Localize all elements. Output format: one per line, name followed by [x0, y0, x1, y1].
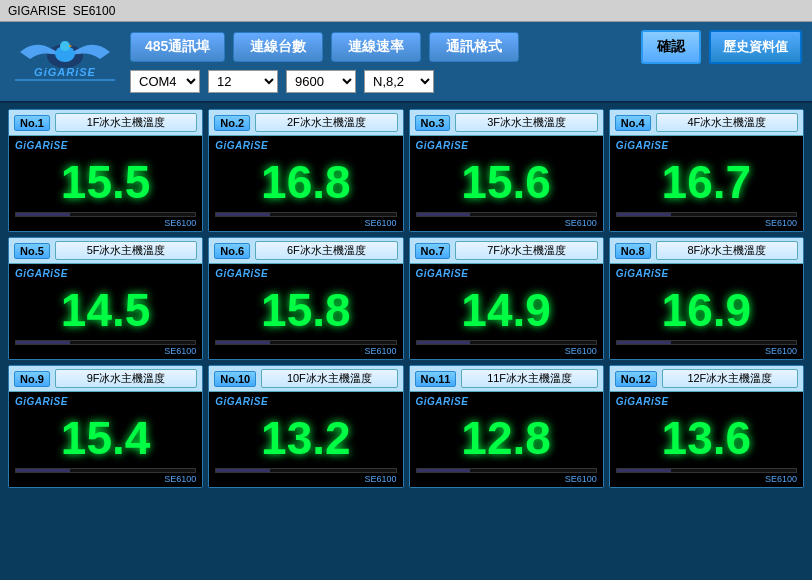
logo-svg: GiGARiSE: [10, 34, 120, 89]
card-display-6: GiGARiSE 15.8 SE6100: [209, 264, 402, 359]
model-label-1: SE6100: [15, 219, 196, 229]
header-dropdowns: COM4COM1COM2COM3 128416 9600480019200384…: [130, 70, 802, 93]
title-bar: GIGARISE SE6100: [0, 0, 812, 22]
com-port-select[interactable]: COM4COM1COM2COM3: [130, 70, 200, 93]
sensor-card-2: No.2 2F冰水主機溫度 GiGARiSE 16.8 SE6100: [208, 109, 403, 232]
brand-label-8: GiGARiSE: [616, 268, 669, 279]
card-no-6: No.6: [214, 243, 250, 259]
card-header-2: No.2 2F冰水主機溫度: [209, 110, 402, 136]
progress-bar-4: [616, 212, 797, 217]
card-header-4: No.4 4F冰水主機溫度: [610, 110, 803, 136]
temp-value-10: 13.2: [215, 407, 396, 468]
card-header-8: No.8 8F冰水主機溫度: [610, 238, 803, 264]
card-no-7: No.7: [415, 243, 451, 259]
card-display-2: GiGARiSE 16.8 SE6100: [209, 136, 402, 231]
sensor-card-4: No.4 4F冰水主機溫度 GiGARiSE 16.7 SE6100: [609, 109, 804, 232]
btn-speed[interactable]: 連線速率: [331, 32, 421, 62]
brand-label-12: GiGARiSE: [616, 396, 669, 407]
model-label-7: SE6100: [416, 347, 597, 357]
progress-bar-6: [215, 340, 396, 345]
card-no-10: No.10: [214, 371, 256, 387]
card-title-11: 11F冰水主機溫度: [461, 369, 597, 388]
temp-value-6: 15.8: [215, 279, 396, 340]
card-display-4: GiGARiSE 16.7 SE6100: [610, 136, 803, 231]
card-no-1: No.1: [14, 115, 50, 131]
sensor-card-6: No.6 6F冰水主機溫度 GiGARiSE 15.8 SE6100: [208, 237, 403, 360]
brand-label-7: GiGARiSE: [416, 268, 469, 279]
sensor-card-5: No.5 5F冰水主機溫度 GiGARiSE 14.5 SE6100: [8, 237, 203, 360]
card-header-9: No.9 9F冰水主機溫度: [9, 366, 202, 392]
btn-connections[interactable]: 連線台數: [233, 32, 323, 62]
card-title-1: 1F冰水主機溫度: [55, 113, 197, 132]
baud-rate-select[interactable]: 960048001920038400: [286, 70, 356, 93]
sensor-card-12: No.12 12F冰水主機溫度 GiGARiSE 13.6 SE6100: [609, 365, 804, 488]
temp-value-1: 15.5: [15, 151, 196, 212]
connection-count-select[interactable]: 128416: [208, 70, 278, 93]
card-header-7: No.7 7F冰水主機溫度: [410, 238, 603, 264]
progress-bar-2: [215, 212, 396, 217]
history-button[interactable]: 歷史資料值: [709, 30, 802, 64]
card-display-11: GiGARiSE 12.8 SE6100: [410, 392, 603, 487]
card-no-12: No.12: [615, 371, 657, 387]
card-title-7: 7F冰水主機溫度: [455, 241, 597, 260]
card-header-11: No.11 11F冰水主機溫度: [410, 366, 603, 392]
sensor-card-3: No.3 3F冰水主機溫度 GiGARiSE 15.6 SE6100: [409, 109, 604, 232]
card-header-1: No.1 1F冰水主機溫度: [9, 110, 202, 136]
temp-value-8: 16.9: [616, 279, 797, 340]
temp-value-7: 14.9: [416, 279, 597, 340]
card-no-5: No.5: [14, 243, 50, 259]
app-name: GIGARISE: [8, 4, 66, 18]
card-display-3: GiGARiSE 15.6 SE6100: [410, 136, 603, 231]
brand-label-4: GiGARiSE: [616, 140, 669, 151]
card-no-8: No.8: [615, 243, 651, 259]
card-title-6: 6F冰水主機溫度: [255, 241, 397, 260]
sensor-card-1: No.1 1F冰水主機溫度 GiGARiSE 15.5 SE6100: [8, 109, 203, 232]
btn-485[interactable]: 485通訊埠: [130, 32, 225, 62]
card-display-1: GiGARiSE 15.5 SE6100: [9, 136, 202, 231]
header-controls: 485通訊埠 連線台數 連線速率 通訊格式 確認 歷史資料值 COM4COM1C…: [130, 30, 802, 93]
sensor-card-7: No.7 7F冰水主機溫度 GiGARiSE 14.9 SE6100: [409, 237, 604, 360]
model-label-11: SE6100: [416, 475, 597, 485]
brand-label-10: GiGARiSE: [215, 396, 268, 407]
model-name: SE6100: [73, 4, 116, 18]
card-display-12: GiGARiSE 13.6 SE6100: [610, 392, 803, 487]
temp-value-11: 12.8: [416, 407, 597, 468]
progress-bar-11: [416, 468, 597, 473]
card-title-12: 12F冰水主機溫度: [662, 369, 798, 388]
progress-bar-9: [15, 468, 196, 473]
card-header-3: No.3 3F冰水主機溫度: [410, 110, 603, 136]
brand-label-9: GiGARiSE: [15, 396, 68, 407]
btn-format[interactable]: 通訊格式: [429, 32, 519, 62]
header: GiGARiSE 485通訊埠 連線台數 連線速率 通訊格式 確認 歷史資料值 …: [0, 22, 812, 103]
model-label-6: SE6100: [215, 347, 396, 357]
progress-bar-8: [616, 340, 797, 345]
temp-value-3: 15.6: [416, 151, 597, 212]
brand-label-5: GiGARiSE: [15, 268, 68, 279]
temp-value-2: 16.8: [215, 151, 396, 212]
model-label-9: SE6100: [15, 475, 196, 485]
brand-label-1: GiGARiSE: [15, 140, 68, 151]
card-title-9: 9F冰水主機溫度: [55, 369, 197, 388]
card-display-8: GiGARiSE 16.9 SE6100: [610, 264, 803, 359]
model-label-4: SE6100: [616, 219, 797, 229]
progress-bar-1: [15, 212, 196, 217]
model-label-3: SE6100: [416, 219, 597, 229]
progress-bar-5: [15, 340, 196, 345]
sensor-card-10: No.10 10F冰水主機溫度 GiGARiSE 13.2 SE6100: [208, 365, 403, 488]
confirm-button[interactable]: 確認: [641, 30, 701, 64]
model-label-12: SE6100: [616, 475, 797, 485]
card-title-4: 4F冰水主機溫度: [656, 113, 798, 132]
model-label-2: SE6100: [215, 219, 396, 229]
temp-value-12: 13.6: [616, 407, 797, 468]
card-title-2: 2F冰水主機溫度: [255, 113, 397, 132]
comm-format-select[interactable]: N,8,2N,8,1E,8,1O,8,1: [364, 70, 434, 93]
progress-bar-3: [416, 212, 597, 217]
sensor-card-8: No.8 8F冰水主機溫度 GiGARiSE 16.9 SE6100: [609, 237, 804, 360]
progress-bar-10: [215, 468, 396, 473]
main-grid: No.1 1F冰水主機溫度 GiGARiSE 15.5 SE6100 No.2 …: [0, 103, 812, 494]
temp-value-9: 15.4: [15, 407, 196, 468]
card-header-12: No.12 12F冰水主機溫度: [610, 366, 803, 392]
sensor-row-3: No.9 9F冰水主機溫度 GiGARiSE 15.4 SE6100 No.10…: [8, 365, 804, 488]
card-no-3: No.3: [415, 115, 451, 131]
model-label-10: SE6100: [215, 475, 396, 485]
